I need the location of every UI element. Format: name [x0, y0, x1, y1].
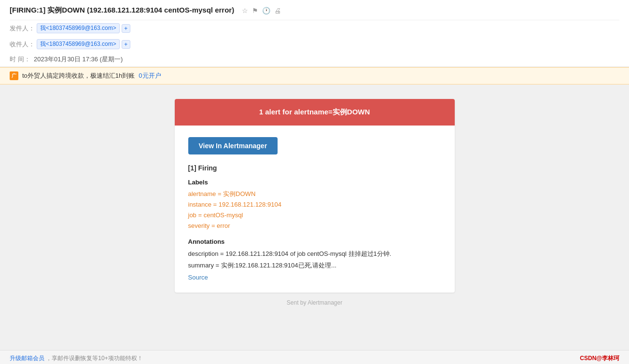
labels-heading: Labels [188, 179, 441, 186]
alert-card: 1 alert for alertname=实例DOWN View In Ale… [175, 99, 455, 293]
label-severity: severity = error [188, 221, 441, 231]
label-instance: instance = 192.168.121.128:9104 [188, 199, 441, 210]
label-job: job = centOS-mysql [188, 210, 441, 221]
sent-by: Sent by Alertmanager [287, 299, 342, 306]
firing-title: [1] Firing [188, 164, 441, 172]
to-add-button[interactable]: + [122, 40, 130, 49]
annotation-summary: summary = 实例:192.168.121.128:9104已死,请处理.… [188, 260, 441, 271]
alert-body: View In Alertmanager [1] Firing Labels a… [175, 126, 455, 293]
email-body: 1 alert for alertname=实例DOWN View In Ale… [0, 84, 629, 350]
footer-text: ，享邮件误删恢复等10+项功能特权！ [46, 355, 142, 362]
annotations-heading: Annotations [188, 238, 441, 245]
flag-icon[interactable]: ⚑ [252, 7, 258, 14]
csdn-tag: CSDN@李林珂 [580, 354, 619, 363]
time-label: 时 间： [10, 55, 34, 64]
from-row: 发件人： 我<18037458969@163.com> + [10, 20, 619, 36]
email-subject: [FIRING:1] 实例DOWN (192.168.121.128:9104 … [10, 6, 234, 15]
bookmark-icon[interactable]: ☆ [242, 7, 248, 14]
from-label: 发件人： [10, 24, 35, 33]
email-header: [FIRING:1] 实例DOWN (192.168.121.128:9104 … [0, 0, 629, 67]
footer-upgrade: 升级邮箱会员 ，享邮件误删恢复等10+项功能特权！ [10, 354, 143, 363]
page-footer: 升级邮箱会员 ，享邮件误删恢复等10+项功能特权！ CSDN@李林珂 [0, 350, 629, 364]
ad-icon: 广 [10, 71, 18, 80]
from-add-button[interactable]: + [122, 24, 130, 33]
ad-text: to外贸人搞定跨境收款，极速结汇1h到账 [22, 71, 135, 80]
email-title-icons: ☆ ⚑ 🕐 🖨 [242, 7, 281, 14]
source-link[interactable]: Source [188, 274, 441, 281]
time-row: 时 间： 2023年01月30日 17:36 (星期一) [10, 52, 619, 67]
ad-link[interactable]: 0元开户 [139, 71, 161, 80]
from-address[interactable]: 我<18037458969@163.com> [37, 23, 120, 33]
view-alertmanager-button[interactable]: View In Alertmanager [188, 137, 278, 154]
to-label: 收件人： [10, 40, 35, 49]
ad-banner: 广 to外贸人搞定跨境收款，极速结汇1h到账 0元开户 [0, 67, 629, 84]
email-title-bar: [FIRING:1] 实例DOWN (192.168.121.128:9104 … [10, 6, 619, 20]
print-icon[interactable]: 🖨 [274, 7, 281, 14]
alert-header: 1 alert for alertname=实例DOWN [175, 99, 455, 126]
annotation-description: description = 192.168.121.128:9104 of jo… [188, 248, 441, 259]
clock-icon[interactable]: 🕐 [262, 7, 270, 14]
email-time: 2023年01月30日 17:36 (星期一) [34, 55, 123, 64]
to-row: 收件人： 我<18037458969@163.com> + [10, 36, 619, 52]
to-address[interactable]: 我<18037458969@163.com> [37, 39, 120, 49]
upgrade-link[interactable]: 升级邮箱会员 [10, 355, 44, 362]
label-alertname: alertname = 实例DOWN [188, 189, 441, 199]
annotations-section: Annotations description = 192.168.121.12… [188, 238, 441, 281]
